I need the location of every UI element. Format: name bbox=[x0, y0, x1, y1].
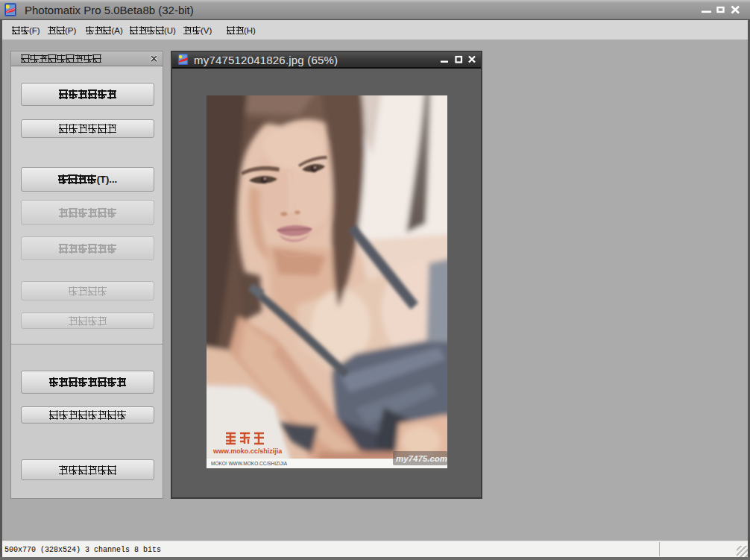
svg-text:www.moko.cc/shizijia: www.moko.cc/shizijia bbox=[212, 447, 283, 455]
svg-text:my7475.com: my7475.com bbox=[396, 454, 447, 463]
svg-text:MOKO! WWW.MOKO.CC/SHIZIJIA: MOKO! WWW.MOKO.CC/SHIZIJIA bbox=[211, 461, 288, 466]
